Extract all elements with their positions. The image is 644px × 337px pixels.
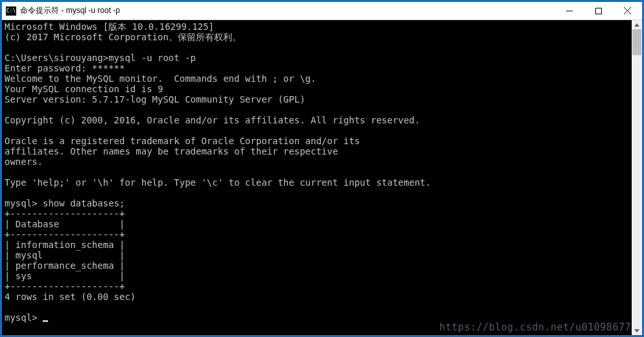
cmd-icon: C:\ bbox=[6, 6, 16, 16]
watermark: https://blog.csdn.net/u01098677 bbox=[440, 321, 631, 333]
svg-marker-4 bbox=[634, 23, 639, 27]
minimize-button[interactable] bbox=[555, 2, 584, 19]
window-title: 命令提示符 - mysql -u root -p bbox=[20, 5, 555, 16]
window-controls bbox=[555, 2, 642, 19]
scroll-down-arrow[interactable] bbox=[632, 326, 642, 335]
terminal-area: Microsoft Windows [版本 10.0.16299.125] (c… bbox=[2, 20, 642, 335]
text-cursor bbox=[43, 320, 48, 322]
svg-marker-5 bbox=[634, 329, 639, 332]
maximize-button[interactable] bbox=[584, 2, 613, 19]
svg-rect-1 bbox=[595, 8, 601, 14]
close-button[interactable] bbox=[613, 2, 642, 19]
titlebar[interactable]: C:\ 命令提示符 - mysql -u root -p bbox=[2, 2, 642, 20]
scrollbar-thumb[interactable] bbox=[632, 29, 641, 55]
cmd-window: C:\ 命令提示符 - mysql -u root -p Microsoft W… bbox=[2, 2, 642, 335]
scroll-up-arrow[interactable] bbox=[632, 20, 642, 29]
vertical-scrollbar[interactable] bbox=[632, 20, 642, 335]
terminal-output[interactable]: Microsoft Windows [版本 10.0.16299.125] (c… bbox=[2, 20, 632, 335]
